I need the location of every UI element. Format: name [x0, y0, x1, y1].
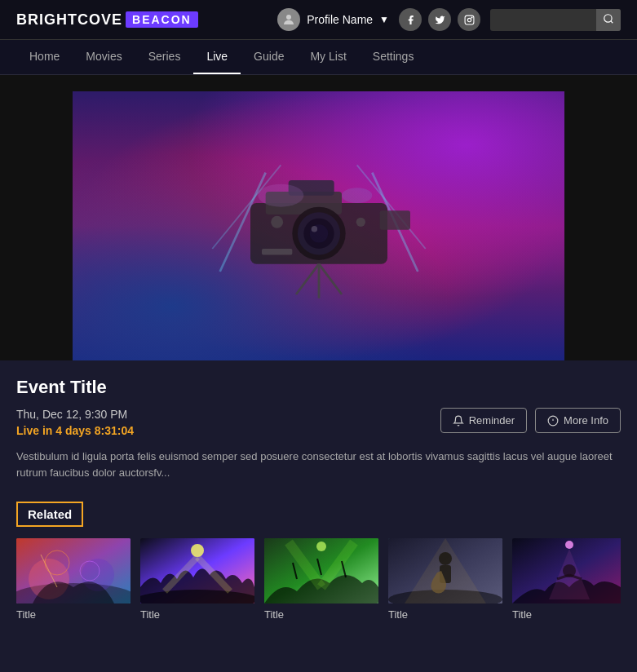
svg-point-3 — [471, 16, 471, 17]
profile-area[interactable]: Profile Name ▼ — [277, 8, 389, 31]
profile-icon — [277, 8, 300, 31]
svg-rect-18 — [379, 210, 409, 229]
svg-point-2 — [467, 18, 471, 21]
header-right: Profile Name ▼ — [277, 8, 621, 31]
nav-home[interactable]: Home — [16, 40, 73, 74]
chevron-down-icon: ▼ — [379, 14, 389, 25]
instagram-icon[interactable] — [458, 8, 480, 31]
event-actions: Reminder More Info — [440, 408, 621, 433]
svg-line-22 — [296, 264, 319, 294]
search-area — [490, 9, 621, 31]
hero-image — [73, 91, 564, 360]
event-meta: Thu, Dec 12, 9:30 PM Live in 4 days 8:31… — [16, 408, 621, 444]
nav-movies[interactable]: Movies — [73, 40, 135, 74]
event-title: Event Title — [16, 377, 621, 398]
related-item-title: Title — [388, 608, 502, 621]
svg-point-39 — [191, 544, 204, 557]
more-info-button[interactable]: More Info — [535, 408, 621, 433]
nav-settings[interactable]: Settings — [360, 40, 427, 74]
related-item-title: Title — [16, 608, 130, 621]
event-meta-left: Thu, Dec 12, 9:30 PM Live in 4 days 8:31… — [16, 408, 134, 444]
thumbnail-3 — [264, 538, 378, 603]
svg-line-24 — [319, 264, 342, 294]
thumb-image-3 — [264, 538, 378, 603]
nav-guide[interactable]: Guide — [241, 40, 297, 74]
hero-image-inner — [73, 91, 564, 360]
thumb-image-4 — [388, 538, 502, 603]
related-section: Related — [0, 489, 637, 629]
list-item[interactable]: Title — [16, 538, 130, 621]
facebook-icon[interactable] — [399, 8, 422, 31]
main-nav: Home Movies Series Live Guide My List Se… — [0, 40, 637, 75]
related-item-title: Title — [140, 608, 254, 621]
thumb-image-2 — [140, 538, 254, 603]
bell-icon — [453, 415, 464, 427]
content-area: Event Title Thu, Dec 12, 9:30 PM Live in… — [0, 360, 637, 489]
info-icon — [547, 415, 559, 427]
related-label: Related — [16, 502, 83, 527]
svg-point-16 — [311, 226, 316, 232]
logo-beacon: BEACON — [126, 11, 198, 28]
hero-container — [0, 75, 637, 360]
svg-point-20 — [356, 218, 365, 227]
svg-point-25 — [258, 184, 303, 207]
logo-brightcove: BRIGHTCOVE — [16, 11, 122, 29]
svg-point-43 — [316, 542, 326, 551]
thumbnail-2 — [140, 538, 254, 603]
list-item[interactable]: Title — [512, 538, 621, 621]
thumb-image-1 — [16, 538, 130, 603]
related-item-title: Title — [264, 608, 378, 621]
svg-rect-1 — [465, 15, 474, 24]
social-icons — [399, 8, 480, 31]
nav-live[interactable]: Live — [193, 40, 241, 74]
svg-line-5 — [611, 20, 613, 23]
search-input[interactable] — [490, 11, 596, 29]
thumbnail-5 — [512, 538, 621, 603]
svg-rect-21 — [262, 249, 292, 254]
list-item[interactable]: Title — [388, 538, 502, 621]
related-item-title: Title — [512, 608, 621, 621]
svg-point-0 — [286, 15, 291, 20]
svg-point-19 — [271, 216, 283, 228]
reminder-button[interactable]: Reminder — [440, 408, 527, 433]
header: BRIGHTCOVE BEACON Profile Name ▼ — [0, 0, 637, 40]
search-button[interactable] — [596, 9, 621, 31]
thumbnail-4 — [388, 538, 502, 603]
related-grid: Title — [16, 538, 621, 621]
nav-series[interactable]: Series — [135, 40, 194, 74]
list-item[interactable]: Title — [264, 538, 378, 621]
event-countdown: Live in 4 days 8:31:04 — [16, 424, 134, 437]
thumb-image-5 — [512, 538, 621, 603]
nav-mylist[interactable]: My List — [297, 40, 359, 74]
logo: BRIGHTCOVE BEACON — [16, 11, 198, 29]
list-item[interactable]: Title — [140, 538, 254, 621]
event-datetime: Thu, Dec 12, 9:30 PM — [16, 408, 134, 421]
event-description: Vestibulum id ligula porta felis euismod… — [16, 449, 621, 480]
thumbnail-1 — [16, 538, 130, 603]
svg-point-26 — [342, 188, 372, 203]
svg-point-4 — [604, 14, 612, 21]
twitter-icon[interactable] — [428, 8, 451, 31]
profile-name: Profile Name — [307, 13, 373, 26]
svg-point-57 — [565, 541, 573, 549]
hero-camera-graphic — [205, 144, 433, 307]
